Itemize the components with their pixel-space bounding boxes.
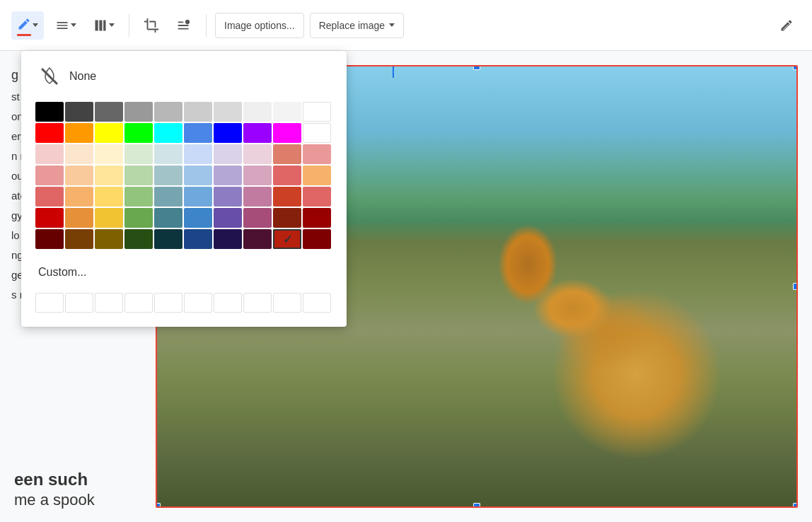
handle-top-right[interactable]: [793, 65, 798, 70]
pen-dropdown-icon: [33, 23, 38, 27]
recent-colors-row: [35, 293, 332, 313]
handle-middle-right[interactable]: [793, 283, 798, 290]
recent-color-6[interactable]: [184, 293, 212, 313]
color-cell-1-9[interactable]: [303, 123, 331, 143]
color-cell-3-0[interactable]: [35, 166, 64, 185]
color-cell-1-0[interactable]: [35, 123, 64, 143]
color-cell-0-5[interactable]: [184, 102, 212, 122]
image-adjust-button[interactable]: [170, 11, 197, 40]
color-cell-6-8[interactable]: [273, 229, 301, 249]
color-cell-4-5[interactable]: [184, 187, 212, 207]
color-cell-0-0[interactable]: [35, 102, 64, 122]
color-cell-2-8[interactable]: [273, 144, 301, 164]
recent-color-9[interactable]: [273, 293, 301, 313]
color-cell-5-8[interactable]: [273, 208, 301, 228]
color-cell-2-2[interactable]: [95, 144, 123, 164]
color-cell-5-6[interactable]: [214, 208, 242, 228]
color-cell-0-3[interactable]: [124, 102, 153, 122]
column-align-button[interactable]: [88, 11, 120, 40]
edit-pencil-button[interactable]: [772, 11, 801, 40]
color-cell-4-8[interactable]: [273, 187, 301, 207]
color-cell-3-6[interactable]: [214, 166, 242, 185]
color-cell-1-4[interactable]: [154, 123, 182, 143]
color-cell-4-7[interactable]: [243, 187, 272, 207]
recent-color-2[interactable]: [65, 293, 93, 313]
color-cell-3-3[interactable]: [124, 166, 153, 185]
handle-top-center[interactable]: [473, 65, 480, 70]
replace-image-button[interactable]: Replace image: [310, 13, 404, 38]
handle-bottom-left[interactable]: [156, 503, 161, 508]
recent-color-4[interactable]: [124, 293, 153, 313]
color-cell-2-7[interactable]: [243, 144, 272, 164]
color-cell-2-0[interactable]: [35, 144, 64, 164]
color-cell-2-9[interactable]: [303, 144, 331, 164]
recent-color-5[interactable]: [154, 293, 182, 313]
color-cell-0-6[interactable]: [214, 102, 242, 122]
color-cell-5-9[interactable]: [303, 208, 331, 228]
color-cell-4-4[interactable]: [154, 187, 182, 207]
highlight-button[interactable]: [11, 11, 44, 40]
color-cell-4-2[interactable]: [95, 187, 123, 207]
recent-color-1[interactable]: [35, 293, 64, 313]
color-cell-3-1[interactable]: [65, 166, 93, 185]
color-cell-1-6[interactable]: [214, 123, 242, 143]
color-cell-3-5[interactable]: [184, 166, 212, 185]
color-cell-3-2[interactable]: [95, 166, 123, 185]
color-cell-0-1[interactable]: [65, 102, 93, 122]
color-cell-4-9[interactable]: [303, 187, 331, 207]
color-cell-5-5[interactable]: [184, 208, 212, 228]
color-cell-4-6[interactable]: [214, 187, 242, 207]
svg-line-0: [42, 69, 57, 84]
recent-color-10[interactable]: [303, 293, 331, 313]
color-cell-6-1[interactable]: [65, 229, 93, 249]
recent-color-8[interactable]: [243, 293, 272, 313]
image-options-button[interactable]: Image options...: [215, 13, 304, 38]
custom-color-button[interactable]: Custom...: [35, 260, 332, 284]
color-cell-1-3[interactable]: [124, 123, 153, 143]
color-cell-3-9[interactable]: [303, 166, 331, 185]
color-cell-1-5[interactable]: [184, 123, 212, 143]
color-cell-5-0[interactable]: [35, 208, 64, 228]
color-cell-6-6[interactable]: [214, 229, 242, 249]
color-cell-0-2[interactable]: [95, 102, 123, 122]
color-cell-6-9[interactable]: [303, 229, 331, 249]
crop-button[interactable]: [138, 11, 165, 40]
color-cell-1-2[interactable]: [95, 123, 123, 143]
color-cell-5-7[interactable]: [243, 208, 272, 228]
color-cell-6-5[interactable]: [184, 229, 212, 249]
color-cell-0-8[interactable]: [273, 102, 301, 122]
color-cell-6-4[interactable]: [154, 229, 182, 249]
color-cell-4-1[interactable]: [65, 187, 93, 207]
color-cell-1-8[interactable]: [273, 123, 301, 143]
color-cell-4-3[interactable]: [124, 187, 153, 207]
color-cell-1-7[interactable]: [243, 123, 272, 143]
recent-color-3[interactable]: [95, 293, 123, 313]
color-cell-2-3[interactable]: [124, 144, 153, 164]
color-cell-4-0[interactable]: [35, 187, 64, 207]
none-option[interactable]: None: [35, 62, 332, 91]
align-button[interactable]: [50, 11, 82, 40]
color-cell-5-4[interactable]: [154, 208, 182, 228]
color-cell-3-4[interactable]: [154, 166, 182, 185]
color-cell-6-3[interactable]: [124, 229, 153, 249]
color-cell-6-2[interactable]: [95, 229, 123, 249]
color-cell-5-3[interactable]: [124, 208, 153, 228]
color-cell-6-7[interactable]: [243, 229, 272, 249]
color-cell-2-6[interactable]: [214, 144, 242, 164]
color-cell-1-1[interactable]: [65, 123, 93, 143]
color-cell-0-4[interactable]: [154, 102, 182, 122]
color-cell-0-9[interactable]: [303, 102, 331, 122]
color-cell-5-1[interactable]: [65, 208, 93, 228]
color-cell-2-4[interactable]: [154, 144, 182, 164]
color-cell-2-5[interactable]: [184, 144, 212, 164]
recent-color-7[interactable]: [214, 293, 242, 313]
color-cell-0-7[interactable]: [243, 102, 272, 122]
color-cell-2-1[interactable]: [65, 144, 93, 164]
color-cell-6-0[interactable]: [35, 229, 64, 249]
handle-bottom-right[interactable]: [793, 503, 798, 508]
image-options-label: Image options...: [224, 20, 295, 31]
color-cell-3-7[interactable]: [243, 166, 272, 185]
color-cell-3-8[interactable]: [273, 166, 301, 185]
color-cell-5-2[interactable]: [95, 208, 123, 228]
handle-bottom-center[interactable]: [473, 503, 480, 508]
